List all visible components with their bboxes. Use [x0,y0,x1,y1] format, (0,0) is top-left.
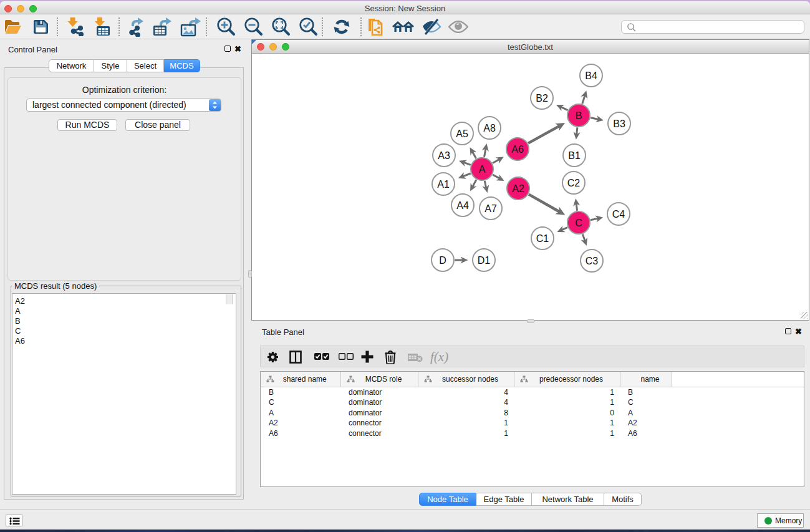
svg-text:A2: A2 [512,183,524,194]
svg-text:A8: A8 [483,123,496,133]
svg-text:C2: C2 [567,178,581,188]
svg-text:C1: C1 [536,233,549,244]
svg-text:D: D [439,255,446,266]
svg-text:A1: A1 [437,179,450,190]
svg-text:A3: A3 [438,150,450,161]
svg-text:B: B [576,110,582,121]
svg-text:A6: A6 [511,144,524,155]
svg-text:D1: D1 [478,255,491,266]
svg-text:A5: A5 [456,128,468,139]
svg-text:C4: C4 [612,209,625,220]
svg-text:B1: B1 [568,150,581,161]
svg-text:B2: B2 [536,93,548,104]
svg-text:A4: A4 [456,200,469,211]
svg-text:A: A [479,164,486,175]
svg-text:A7: A7 [485,203,497,214]
svg-text:C3: C3 [586,256,599,266]
svg-text:B3: B3 [613,118,625,129]
svg-text:C: C [575,218,582,228]
svg-text:B4: B4 [585,70,597,81]
